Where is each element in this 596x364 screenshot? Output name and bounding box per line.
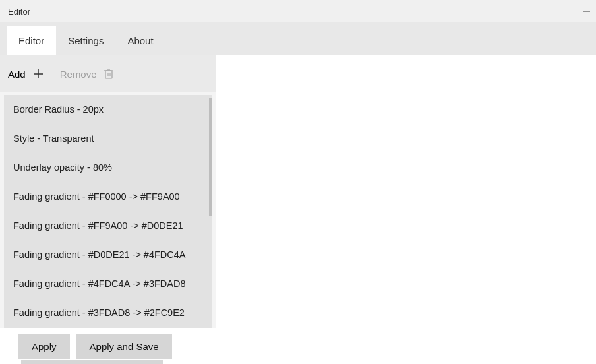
remove-label: Remove	[60, 69, 97, 80]
trash-icon	[104, 68, 114, 80]
tab-bar: Editor Settings About	[0, 22, 596, 55]
plus-icon	[32, 68, 44, 80]
property-list[interactable]: Border Radius - 20px Style - Transparent…	[4, 95, 212, 328]
scrollbar[interactable]	[209, 98, 212, 216]
action-bar: Apply Apply and Save	[0, 328, 216, 364]
property-list-container: Border Radius - 20px Style - Transparent…	[4, 95, 212, 328]
list-item[interactable]: Fading gradient - #FF9A00 -> #D0DE21	[4, 211, 212, 240]
titlebar: Editor	[0, 0, 596, 22]
list-item[interactable]: Underlay opacity - 80%	[4, 153, 212, 182]
window-controls	[583, 0, 591, 22]
add-label: Add	[8, 69, 26, 80]
list-item[interactable]: Fading gradient - #D0DE21 -> #4FDC4A	[4, 240, 212, 269]
list-item[interactable]: Style - Transparent	[4, 124, 212, 153]
remove-button[interactable]: Remove	[60, 68, 114, 80]
sidebar-toolbar: Add Remove	[0, 55, 216, 92]
apply-save-button[interactable]: Apply and Save	[76, 334, 172, 359]
content-area: Add Remove Border Radius - 20px Style - …	[0, 55, 596, 364]
list-item[interactable]: Fading gradient - #FF0000 -> #FF9A00	[4, 182, 212, 211]
tab-about[interactable]: About	[115, 26, 165, 55]
partial-bottom-element	[21, 360, 163, 364]
main-panel	[216, 55, 596, 364]
tab-settings[interactable]: Settings	[56, 26, 115, 55]
list-item[interactable]: Fading gradient - #3FDAD8 -> #2FC9E2	[4, 298, 212, 327]
sidebar: Add Remove Border Radius - 20px Style - …	[0, 55, 216, 364]
list-item[interactable]: Border Radius - 20px	[4, 95, 212, 124]
tab-editor[interactable]: Editor	[7, 26, 56, 55]
apply-button[interactable]: Apply	[18, 334, 70, 359]
window-title: Editor	[8, 7, 30, 16]
list-item[interactable]: Fading gradient - #4FDC4A -> #3FDAD8	[4, 269, 212, 298]
minimize-button[interactable]	[583, 7, 591, 15]
add-button[interactable]: Add	[8, 68, 44, 80]
